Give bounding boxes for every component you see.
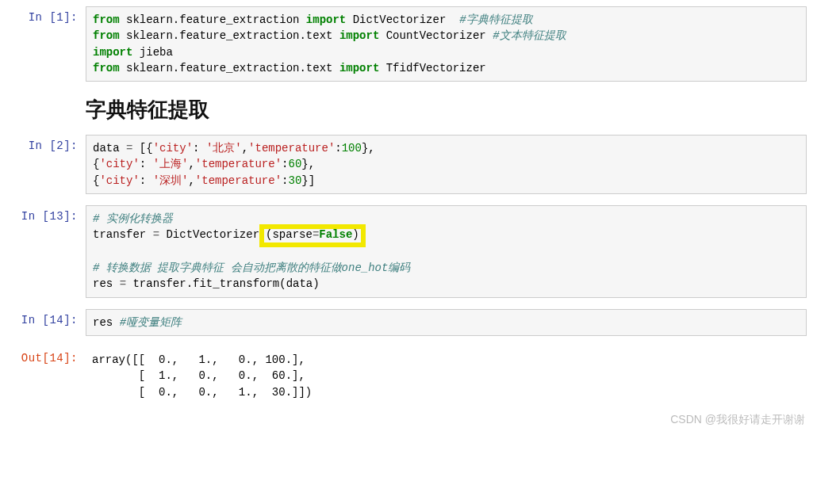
output-prompt: Out[14]: (6, 347, 86, 405)
watermark: CSDN @我很好请走开谢谢 (670, 413, 805, 427)
input-prompt: In [2]: (6, 135, 86, 194)
code-block[interactable]: from sklearn.feature_extraction import D… (86, 6, 807, 82)
code-block[interactable]: # 实例化转换器 transfer = DictVectorizer(spars… (86, 205, 807, 298)
keyword-from: from (93, 13, 120, 26)
markdown-cell: 字典特征提取 (6, 96, 807, 124)
output-cell-14: Out[14]: array([[ 0., 1., 0., 100.], [ 1… (6, 347, 807, 405)
code-block[interactable]: res #哑变量矩阵 (86, 309, 807, 336)
output-text: array([[ 0., 1., 0., 100.], [ 1., 0., 0.… (86, 347, 807, 405)
empty-prompt (6, 96, 86, 124)
code-cell-13: In [13]: # 实例化转换器 transfer = DictVectori… (6, 205, 807, 298)
input-prompt: In [13]: (6, 205, 86, 298)
code-cell-1: In [1]: from sklearn.feature_extraction … (6, 6, 807, 82)
code-cell-14: In [14]: res #哑变量矩阵 (6, 309, 807, 336)
highlight-box: (sparse=False) (259, 224, 366, 246)
section-heading: 字典特征提取 (86, 96, 807, 124)
input-prompt: In [14]: (6, 309, 86, 336)
code-cell-2: In [2]: data = [{'city': '北京','temperatu… (6, 135, 807, 194)
code-block[interactable]: data = [{'city': '北京','temperature':100}… (86, 135, 807, 194)
input-prompt: In [1]: (6, 6, 86, 82)
